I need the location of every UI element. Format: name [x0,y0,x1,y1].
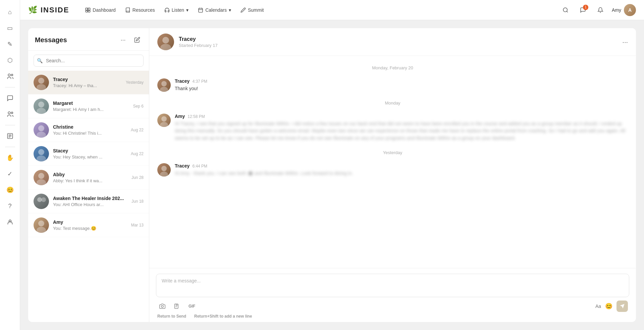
sidebar-item-check[interactable]: ✓ [3,167,17,181]
listen-chevron: ▾ [186,7,189,13]
convo-info-awaken: Awaken The Healer Inside 202... You: AHI… [53,196,127,207]
convo-name-tracey: Tracey [53,77,122,82]
sidebar-item-chat[interactable] [3,91,17,105]
sidebar-item-notes[interactable] [3,129,17,143]
convo-time-christine: Aug 22 [131,128,144,132]
image-tool-button[interactable] [157,301,167,311]
emoji-picker-button[interactable]: 😊 [605,303,612,310]
convo-name-stacey: Stacey [53,148,127,153]
shift-hint: Return+Shift to add a new line [194,314,252,319]
send-button[interactable] [616,301,628,312]
send-icon [620,304,625,309]
convo-info-christine: Christine You: Hi Christine! This i... [53,124,127,136]
sidebar-item-emoji[interactable]: 😊 [3,183,17,197]
msg-text-amy-1: Hi Tracey, I see that you signed up for … [175,120,628,142]
input-toolbar: GIF Aa 😊 [156,301,629,312]
sidebar-item-hand[interactable]: ✋ [3,151,17,164]
msg-sender-tracey-1: Tracey [175,78,190,84]
messages-header-icons: ··· [118,35,142,45]
listen-icon [164,7,170,13]
messages-header: Messages ··· [28,28,149,51]
sidebar-item-pen[interactable]: ✎ [3,38,17,51]
convo-avatar-christine [34,122,49,138]
chat-more-button[interactable]: ··· [622,38,628,46]
convo-name-abby: Abby [53,172,127,177]
convo-time-tracey: Yesterday [126,80,144,85]
msg-header-amy-1: Amy 12:58 PM [175,114,628,119]
convo-preview-abby: Abby: Yes I think if it wa... [53,178,127,183]
nav-link-calendars[interactable]: Calendars ▾ [198,7,231,13]
sidebar-item-group[interactable] [3,108,17,121]
conversation-item-christine[interactable]: Christine You: Hi Christine! This i... A… [28,118,149,142]
conversation-item-margaret[interactable]: Margaret Margaret: Hi Amy I am h... Sep … [28,94,149,118]
chat-header: Tracey Started February 17 ··· [149,28,636,56]
content-area: Messages ··· 🔍 [20,20,644,330]
search-box-icon: 🔍 [37,58,43,63]
nav-link-summit[interactable]: Summit [240,7,264,13]
main-wrapper: 🌿 INSIDE Dashboard Resources Listen ▾ Ca… [20,0,644,330]
compose-button[interactable] [132,35,142,45]
format-label: Aa [595,304,601,309]
sidebar-item-help[interactable]: ? [3,199,17,213]
svg-point-39 [161,166,167,171]
gif-tool-button[interactable]: GIF [187,301,197,311]
nav-link-resources[interactable]: Resources [125,7,155,13]
format-text-button[interactable]: Aa [595,304,601,309]
sidebar-divider-1 [5,87,15,87]
nav-link-dashboard[interactable]: Dashboard [85,7,116,13]
svg-point-25 [38,149,44,155]
sidebar-item-people[interactable] [3,70,17,83]
file-tool-button[interactable] [172,301,182,311]
bell-icon [597,7,603,13]
logo: 🌿 INSIDE [28,6,69,14]
msg-time-tracey-1: 4:37 PM [192,79,207,84]
msg-content-amy-1: Amy 12:58 PM Hi Tracey, I see that you s… [175,114,628,142]
svg-point-20 [37,84,46,90]
chat-header-left: Tracey Started February 17 [157,34,218,50]
user-name: Amy [612,7,621,13]
convo-info-tracey: Tracey Tracey: Hi Amy – tha... [53,77,122,88]
svg-point-30 [41,197,46,202]
message-input[interactable]: Write a message... [156,274,629,297]
conversation-item-amy[interactable]: Amy You: Test message.😊 Mar 13 [28,213,149,237]
return-hint: Return to Send [157,314,186,319]
messages-more-button[interactable]: ··· [118,35,128,45]
messages-button[interactable]: 1 [577,4,589,16]
compose-icon [134,37,140,43]
search-box: 🔍 [34,55,144,67]
nav-link-listen[interactable]: Listen ▾ [164,7,189,13]
msg-header-tracey-1: Tracey 4:37 PM [175,78,628,84]
convo-info-margaret: Margaret Margaret: Hi Amy I am h... [53,101,129,112]
sidebar-item-box[interactable]: ⬡ [3,54,17,67]
svg-point-0 [8,74,10,76]
nav-right: 1 Amy A [559,4,636,16]
logo-text: INSIDE [41,6,69,14]
message-row-tracey-thankyou: Tracey 4:37 PM Thank you! [157,78,628,92]
conversation-item-abby[interactable]: Abby Abby: Yes I think if it wa... Jun 2… [28,166,149,190]
search-input[interactable] [34,55,144,67]
conversation-item-awaken[interactable]: Awaken The Healer Inside 202... You: AHI… [28,190,149,213]
convo-preview-amy: You: Test message.😊 [53,226,127,231]
sidebar-item-home[interactable]: ⌂ [3,5,17,19]
nav-listen-label: Listen [172,7,184,13]
sidebar-item-card[interactable]: ▭ [3,21,17,35]
search-button[interactable] [559,4,572,16]
user-area[interactable]: Amy A [612,4,636,16]
msg-time-tracey-2: 6:44 PM [192,164,207,169]
nav-links: Dashboard Resources Listen ▾ Calendars ▾… [85,7,549,13]
conversation-item-stacey[interactable]: Stacey You: Hey Stacey, when ... Aug 22 [28,142,149,166]
input-tools-left: GIF [157,301,197,311]
svg-rect-11 [86,10,88,12]
chat-messages: Monday, February 20 Tracey 4:37 PM Thank… [149,56,636,268]
convo-preview-christine: You: Hi Christine! This i... [53,131,127,136]
notifications-button[interactable] [594,4,606,16]
chat-contact-info: Tracey Started February 17 [179,36,218,48]
svg-point-32 [37,227,46,233]
msg-header-tracey-2: Tracey 6:44 PM [175,163,628,169]
gif-label: GIF [189,304,195,309]
conversation-item-tracey[interactable]: Tracey Tracey: Hi Amy – tha... Yesterday [28,71,149,94]
messages-panel: Messages ··· 🔍 [28,28,149,322]
svg-point-28 [37,179,46,185]
sidebar-item-settings[interactable] [3,215,17,229]
message-row-amy-long: Amy 12:58 PM Hi Tracey, I see that you s… [157,114,628,142]
